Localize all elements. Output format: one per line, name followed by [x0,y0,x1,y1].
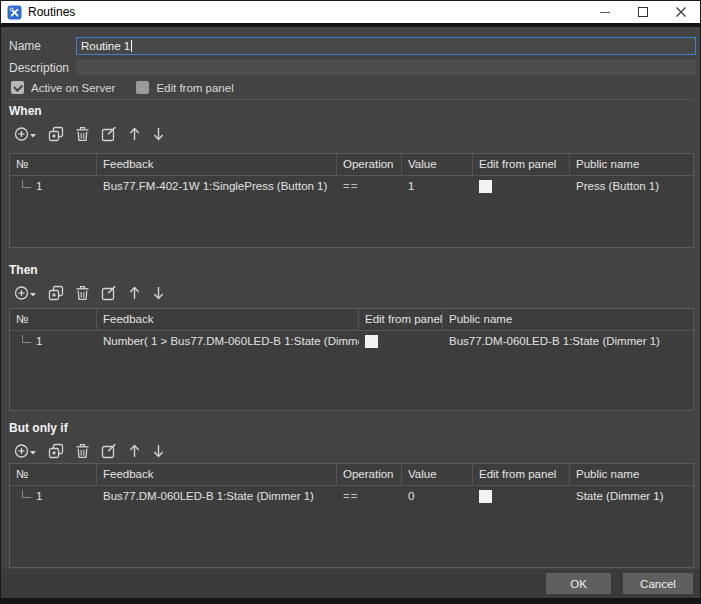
public-name-cell: Press (Button 1) [570,176,693,197]
row-number-cell: 1 [10,331,97,352]
edit-from-panel-cell [473,176,570,197]
when-table-row[interactable]: 1 Bus77.FM-402-1W 1:SinglePress (Button … [10,176,693,197]
row-edit-from-panel-checkbox[interactable] [365,335,378,348]
tree-branch-icon [22,180,31,188]
arrow-up-icon [128,285,141,301]
tools-app-icon [7,5,22,20]
move-up-button[interactable] [127,283,142,303]
dialog-body: Name Routine 1 Description Active on Ser… [1,27,700,598]
name-input-value: Routine 1 [81,40,130,52]
col-num: № [10,309,97,330]
row-number-cell: 1 [10,176,97,197]
delete-item-button[interactable] [74,283,91,303]
trash-icon [75,443,90,459]
col-public-name: Public name [570,464,693,485]
when-toolbar [13,123,166,145]
row-edit-from-panel-checkbox[interactable] [479,180,492,193]
operation-cell: == [337,486,402,507]
feedback-cell: Bus77.FM-402-1W 1:SinglePress (Button 1) [97,176,337,197]
col-feedback: Feedback [97,154,337,175]
when-section-title: When [9,104,42,118]
edit-item-button[interactable] [100,441,118,461]
but-only-if-table-header: № Feedback Operation Value Edit from pan… [10,464,693,486]
routines-dialog: Routines Name Routine 1 Description Acti… [0,0,701,604]
move-down-button[interactable] [151,441,166,461]
active-on-server-checkbox[interactable] [11,81,24,94]
window-bottom-edge [1,598,700,604]
col-edit-from-panel: Edit from panel [473,464,570,485]
add-plus-dropdown-icon [14,443,37,460]
edit-from-panel-checkbox[interactable] [136,81,149,94]
edit-pencil-icon [101,443,117,459]
arrow-down-icon [152,126,165,142]
then-toolbar [13,282,166,304]
row-number-cell: 1 [10,486,97,507]
col-feedback: Feedback [97,464,337,485]
col-num: № [10,464,97,485]
add-item-button[interactable] [13,441,38,461]
edit-item-button[interactable] [100,124,118,144]
when-table-header: № Feedback Operation Value Edit from pan… [10,154,693,176]
then-table-row[interactable]: 1 Number( 1 > Bus77.DM-060LED-B 1:State … [10,331,693,352]
arrow-down-icon [152,285,165,301]
duplicate-item-button[interactable] [47,441,65,461]
but-only-if-section-title: But only if [9,421,68,435]
value-cell: 1 [402,176,473,197]
tree-branch-icon [22,335,31,343]
maximize-icon[interactable] [624,1,662,23]
then-table: № Feedback Edit from panel Public name 1… [9,308,694,411]
but-only-if-table-row[interactable]: 1 Bus77.DM-060LED-B 1:State (Dimmer 1) =… [10,486,693,507]
col-public-name: Public name [443,309,693,330]
duplicate-item-button[interactable] [47,124,65,144]
arrow-up-icon [128,443,141,459]
col-public-name: Public name [570,154,693,175]
minimize-icon[interactable] [586,1,624,23]
move-up-button[interactable] [127,441,142,461]
edit-item-button[interactable] [100,283,118,303]
duplicate-item-button[interactable] [47,283,65,303]
public-name-cell: State (Dimmer 1) [570,486,693,507]
edit-from-panel-cell [359,331,443,352]
name-input[interactable]: Routine 1 [76,37,696,55]
delete-item-button[interactable] [74,441,91,461]
add-plus-dropdown-icon [14,126,37,143]
move-up-button[interactable] [127,124,142,144]
value-cell: 0 [402,486,473,507]
active-on-server-label: Active on Server [31,82,115,94]
trash-icon [75,285,90,301]
feedback-cell: Bus77.DM-060LED-B 1:State (Dimmer 1) [97,486,337,507]
add-item-button[interactable] [13,124,38,144]
cancel-button[interactable]: Cancel [623,573,693,594]
close-icon[interactable] [662,1,700,23]
edit-from-panel-cell [473,486,570,507]
add-item-button[interactable] [13,283,38,303]
when-table: № Feedback Operation Value Edit from pan… [9,153,694,248]
operation-cell: == [337,176,402,197]
then-section-title: Then [9,263,38,277]
delete-item-button[interactable] [74,124,91,144]
col-feedback: Feedback [97,309,359,330]
col-operation: Operation [337,154,402,175]
col-num: № [10,154,97,175]
col-value: Value [402,464,473,485]
trash-icon [75,126,90,142]
edit-from-panel-label: Edit from panel [156,82,233,94]
col-edit-from-panel: Edit from panel [473,154,570,175]
description-input[interactable] [76,59,696,75]
arrow-up-icon [128,126,141,142]
move-down-button[interactable] [151,124,166,144]
checkbox-row: Active on Server Edit from panel [11,81,234,94]
duplicate-icon [48,443,64,459]
row-edit-from-panel-checkbox[interactable] [479,490,492,503]
ok-button[interactable]: OK [546,573,611,594]
edit-pencil-icon [101,126,117,142]
edit-pencil-icon [101,285,117,301]
feedback-cell: Number( 1 > Bus77.DM-060LED-B 1:State (D… [97,331,359,352]
duplicate-icon [48,126,64,142]
add-plus-dropdown-icon [14,285,37,302]
form-separator [9,99,694,100]
col-edit-from-panel: Edit from panel [359,309,443,330]
text-caret [131,40,132,52]
move-down-button[interactable] [151,283,166,303]
col-value: Value [402,154,473,175]
